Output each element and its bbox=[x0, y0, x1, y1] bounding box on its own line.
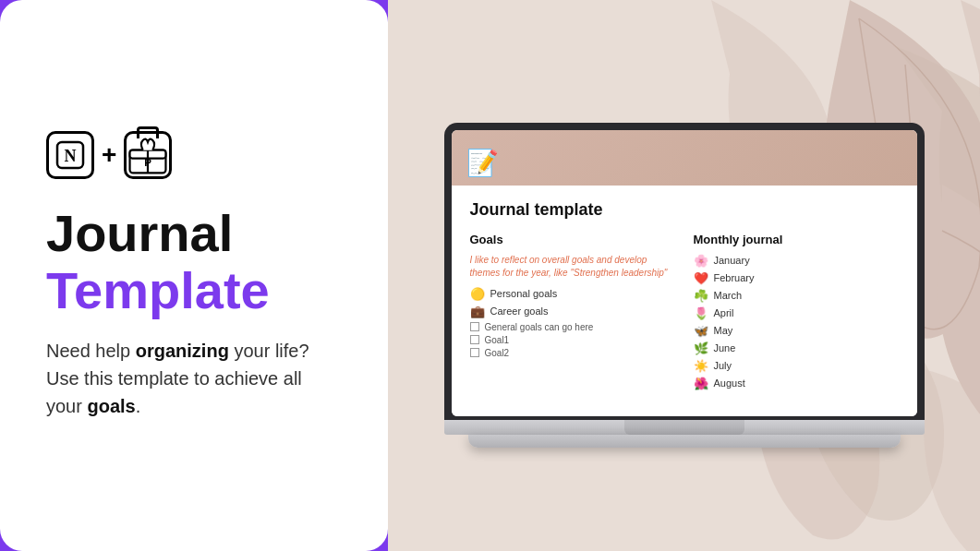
career-goals-label: Career goals bbox=[490, 305, 549, 317]
logo-row: N + P bbox=[46, 131, 342, 179]
month-may: 🦋 May bbox=[694, 324, 899, 338]
august-label: August bbox=[714, 377, 745, 389]
august-icon: 🌺 bbox=[694, 377, 708, 390]
month-june: 🌿 June bbox=[694, 341, 899, 355]
checkbox-item-goal2: Goal2 bbox=[470, 348, 675, 358]
laptop-base bbox=[444, 420, 925, 435]
goals-column: Goals I like to reflect on overall goals… bbox=[470, 233, 675, 394]
july-label: July bbox=[714, 360, 732, 371]
may-icon: 🦋 bbox=[694, 324, 708, 338]
laptop-screen-outer: 📝 Journal template Goals I like to refle… bbox=[444, 123, 925, 420]
march-label: March bbox=[714, 290, 743, 301]
february-label: February bbox=[714, 272, 755, 283]
svg-text:N: N bbox=[65, 147, 77, 165]
checkbox-item-goal1: Goal1 bbox=[470, 335, 675, 345]
title-template: Template bbox=[46, 262, 342, 319]
goals-title: Goals bbox=[470, 233, 675, 246]
laptop-hinge bbox=[624, 420, 744, 435]
month-january: 🌸 January bbox=[694, 254, 899, 268]
checkbox-goal1 bbox=[470, 335, 479, 344]
personal-bullet: 🟡 bbox=[470, 287, 485, 301]
notion-columns: Goals I like to reflect on overall goals… bbox=[470, 233, 899, 394]
list-item-personal: 🟡 Personal goals bbox=[470, 287, 675, 301]
notion-page-header: 📝 bbox=[452, 130, 917, 186]
checkbox-general-label: General goals can go here bbox=[485, 322, 594, 332]
monthly-title: Monthly journal bbox=[694, 233, 899, 246]
notion-page-content: Journal template Goals I like to reflect… bbox=[452, 186, 917, 416]
month-july: ☀️ July bbox=[694, 359, 899, 373]
notion-icon: N bbox=[46, 131, 94, 179]
laptop-screen: 📝 Journal template Goals I like to refle… bbox=[452, 130, 917, 416]
presto-icon: P bbox=[124, 131, 172, 179]
checkbox-goal2-label: Goal2 bbox=[485, 348, 510, 358]
personal-goals-label: Personal goals bbox=[490, 288, 558, 299]
checkbox-item-general: General goals can go here bbox=[470, 322, 675, 332]
month-march: ☘️ March bbox=[694, 289, 899, 303]
january-label: January bbox=[714, 255, 750, 266]
april-label: April bbox=[714, 307, 734, 318]
month-april: 🌷 April bbox=[694, 306, 899, 320]
march-icon: ☘️ bbox=[694, 289, 708, 303]
notion-page-title: Journal template bbox=[470, 200, 899, 220]
monthly-column: Monthly journal 🌸 January ❤️ February bbox=[694, 233, 899, 394]
description-text: Need help organizing your life? Use this… bbox=[46, 337, 342, 420]
main-container: N + P Journal Template Need he bbox=[0, 0, 980, 551]
laptop: 📝 Journal template Goals I like to refle… bbox=[444, 123, 925, 448]
page-icon: 📝 bbox=[466, 148, 499, 178]
list-item-career: 💼 Career goals bbox=[470, 305, 675, 318]
june-label: June bbox=[714, 342, 736, 353]
june-icon: 🌿 bbox=[694, 341, 708, 355]
career-bullet: 💼 bbox=[470, 305, 485, 318]
january-icon: 🌸 bbox=[694, 254, 708, 268]
checkbox-general bbox=[470, 322, 479, 331]
checkbox-goal1-label: Goal1 bbox=[485, 335, 510, 345]
checkbox-goal2 bbox=[470, 348, 479, 357]
july-icon: ☀️ bbox=[694, 359, 708, 373]
laptop-stand bbox=[468, 435, 901, 448]
title-section: Journal Template bbox=[46, 205, 342, 318]
month-august: 🌺 August bbox=[694, 377, 899, 390]
february-icon: ❤️ bbox=[694, 271, 708, 285]
title-journal: Journal bbox=[46, 205, 342, 262]
goals-italic: I like to reflect on overall goals and d… bbox=[470, 254, 675, 280]
left-panel: N + P Journal Template Need he bbox=[0, 0, 388, 551]
month-february: ❤️ February bbox=[694, 271, 899, 285]
may-label: May bbox=[714, 325, 733, 336]
april-icon: 🌷 bbox=[694, 306, 708, 320]
right-panel: 📝 Journal template Goals I like to refle… bbox=[388, 0, 980, 551]
plus-icon: + bbox=[102, 140, 116, 170]
svg-text:P: P bbox=[145, 156, 152, 167]
